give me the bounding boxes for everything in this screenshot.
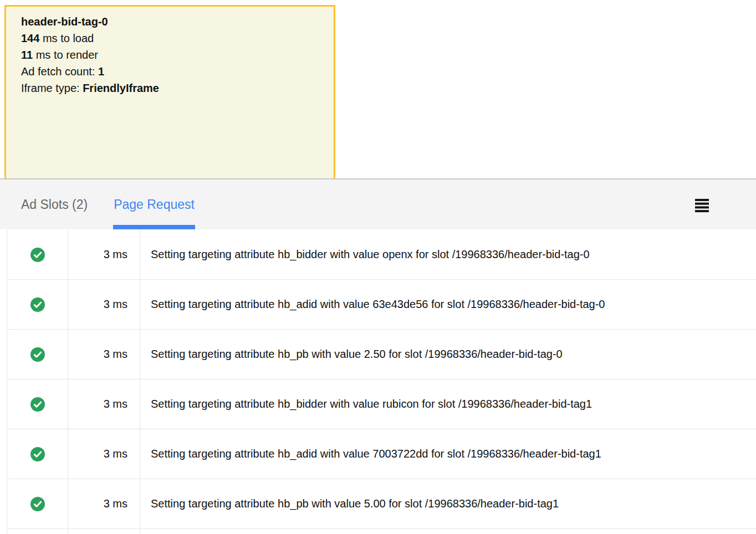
log-message: [140, 529, 756, 534]
log-message: Setting targeting attribute hb_bidder wi…: [140, 379, 756, 429]
log-row: 3 ms Setting targeting attribute hb_adid…: [7, 280, 756, 330]
log-row: 3 ms Setting targeting attribute hb_bidd…: [7, 230, 756, 280]
publisher-console: header-bid-tag-0 144 ms to load 11 ms to…: [0, 0, 756, 534]
menu-icon[interactable]: [694, 198, 709, 213]
log-message: Setting targeting attribute hb_pb with v…: [140, 330, 756, 379]
log-time: 3 ms: [68, 280, 140, 329]
check-circle-icon: [30, 297, 45, 312]
log-row: 3 ms Setting targeting attribute hb_pb w…: [7, 330, 756, 379]
page-request-log: 3 ms Setting targeting attribute hb_bidd…: [7, 230, 756, 534]
check-circle-icon: [30, 347, 45, 362]
fetch-count-value: 1: [98, 65, 104, 78]
log-time: 3 ms: [68, 429, 140, 479]
log-message: Setting targeting attribute hb_bidder wi…: [140, 230, 756, 279]
fetch-count-label: Ad fetch count:: [21, 65, 98, 78]
log-message: Setting targeting attribute hb_adid with…: [140, 280, 756, 329]
log-status-cell: [7, 280, 68, 329]
check-circle-icon: [30, 248, 45, 262]
iframe-type-label: Iframe type:: [21, 82, 83, 94]
log-status-cell: [7, 379, 68, 429]
slot-title: header-bid-tag-0: [21, 13, 328, 30]
check-circle-icon: [30, 497, 45, 511]
log-time: [68, 529, 140, 534]
log-message: Setting targeting attribute hb_pb with v…: [140, 479, 756, 528]
log-row: 3 ms Setting targeting attribute hb_adid…: [7, 429, 756, 479]
log-status-cell: [7, 429, 68, 479]
log-status-cell: [7, 330, 68, 379]
slot-render-time: 11 ms to render: [21, 47, 328, 63]
log-status-cell: [7, 529, 68, 534]
log-time: 3 ms: [68, 230, 140, 279]
slot-info-overlay: header-bid-tag-0 144 ms to load 11 ms to…: [4, 5, 335, 179]
load-ms-suffix: ms to load: [39, 32, 94, 44]
slot-load-time: 144 ms to load: [21, 30, 328, 47]
tab-page-request[interactable]: Page Request: [114, 179, 195, 229]
slot-iframe-type: Iframe type: FriendlyIframe: [21, 80, 328, 96]
active-tab-underline: [113, 225, 195, 229]
console-tab-bar: Ad Slots (2) Page Request: [0, 178, 756, 229]
render-ms-value: 11: [21, 49, 33, 61]
check-circle-icon: [30, 397, 45, 412]
tab-page-request-label: Page Request: [114, 197, 195, 212]
log-time: 3 ms: [68, 379, 140, 429]
list-bars-icon: [694, 198, 709, 213]
log-time: 3 ms: [68, 479, 140, 528]
log-row: 3 ms Setting targeting attribute hb_bidd…: [7, 379, 756, 429]
tab-ad-slots[interactable]: Ad Slots (2): [21, 197, 88, 212]
log-status-cell: [7, 479, 68, 528]
log-time: 3 ms: [68, 330, 140, 379]
slot-fetch-count: Ad fetch count: 1: [21, 63, 328, 80]
render-ms-suffix: ms to render: [33, 49, 98, 61]
log-row: 3 ms Setting targeting attribute hb_pb w…: [7, 479, 756, 529]
log-row-partial: [7, 529, 756, 534]
log-status-cell: [7, 230, 68, 279]
check-circle-icon: [30, 447, 45, 461]
iframe-type-value: FriendlyIframe: [83, 82, 159, 94]
load-ms-value: 144: [21, 32, 39, 44]
log-message: Setting targeting attribute hb_adid with…: [140, 429, 756, 479]
